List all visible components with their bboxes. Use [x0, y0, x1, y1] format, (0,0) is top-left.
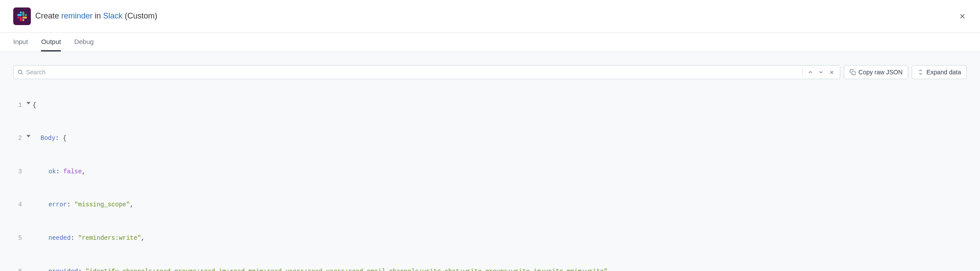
line-number: 2 — [13, 134, 24, 143]
line-number: 4 — [13, 201, 24, 209]
tab-debug[interactable]: Debug — [74, 33, 93, 51]
line-number: 5 — [13, 234, 24, 242]
fold-toggle[interactable] — [24, 101, 33, 105]
json-viewer: 1 { 2 Body: { 3 ok: false, 4 error: "mis… — [13, 84, 967, 271]
slack-logo-icon — [17, 11, 27, 21]
title-mid: in — [93, 11, 103, 20]
json-line: 3 ok: false, — [13, 168, 967, 176]
line-number: 3 — [13, 168, 24, 176]
json-line: 4 error: "missing_scope", — [13, 201, 967, 209]
search-next-button[interactable] — [816, 67, 826, 77]
line-number: 1 — [13, 101, 24, 110]
expand-data-button[interactable]: Expand data — [912, 65, 967, 79]
title-prefix: Create — [35, 11, 61, 20]
svg-marker-8 — [26, 135, 30, 137]
code-content[interactable]: ok: false, — [33, 168, 967, 176]
x-icon — [829, 70, 835, 75]
caret-down-icon — [26, 101, 30, 105]
search-nav-controls — [802, 67, 836, 77]
copy-raw-json-label: Copy raw JSON — [858, 69, 902, 76]
search-prev-button[interactable] — [806, 67, 815, 77]
title-reminder-link[interactable]: reminder — [61, 11, 93, 20]
expand-icon — [917, 69, 924, 75]
code-content[interactable]: { — [33, 101, 967, 110]
title-suffix: (Custom) — [122, 11, 157, 20]
search-field-wrap — [13, 65, 840, 79]
svg-line-3 — [22, 73, 23, 75]
copy-raw-json-button[interactable]: Copy raw JSON — [844, 65, 908, 79]
svg-rect-6 — [852, 71, 855, 75]
chevron-down-icon — [818, 69, 824, 75]
json-line: 6 provided: "identify,channels:read,grou… — [13, 267, 967, 271]
toolbar: Copy raw JSON Expand data — [13, 65, 967, 79]
search-input[interactable] — [26, 69, 800, 76]
code-content[interactable]: needed: "reminders:write", — [33, 234, 967, 242]
expand-data-label: Expand data — [926, 69, 961, 76]
svg-point-2 — [18, 70, 22, 73]
code-content[interactable]: error: "missing_scope", — [33, 201, 967, 209]
chevron-up-icon — [807, 69, 813, 75]
search-icon — [17, 69, 23, 75]
slack-app-icon — [13, 7, 31, 25]
content-area: Copy raw JSON Expand data 1 { 2 Body: { … — [0, 52, 980, 271]
tab-input[interactable]: Input — [13, 33, 28, 51]
code-content[interactable]: Body: { — [33, 134, 967, 143]
json-line: 1 { — [13, 101, 967, 110]
code-content[interactable]: provided: "identify,channels:read,groups… — [33, 267, 967, 271]
page-title: Create reminder in Slack (Custom) — [35, 11, 157, 21]
close-icon — [958, 12, 966, 20]
line-number: 6 — [13, 267, 24, 271]
close-button[interactable] — [957, 11, 968, 22]
header: Create reminder in Slack (Custom) — [0, 0, 980, 33]
title-slack-link[interactable]: Slack — [103, 11, 122, 20]
copy-icon — [850, 69, 856, 75]
tab-output[interactable]: Output — [41, 33, 61, 51]
svg-marker-7 — [26, 102, 30, 104]
tabs: Input Output Debug — [0, 33, 980, 52]
search-clear-button[interactable] — [827, 67, 836, 77]
json-line: 2 Body: { — [13, 134, 967, 143]
fold-toggle[interactable] — [24, 134, 33, 138]
caret-down-icon — [26, 134, 30, 138]
json-line: 5 needed: "reminders:write", — [13, 234, 967, 242]
